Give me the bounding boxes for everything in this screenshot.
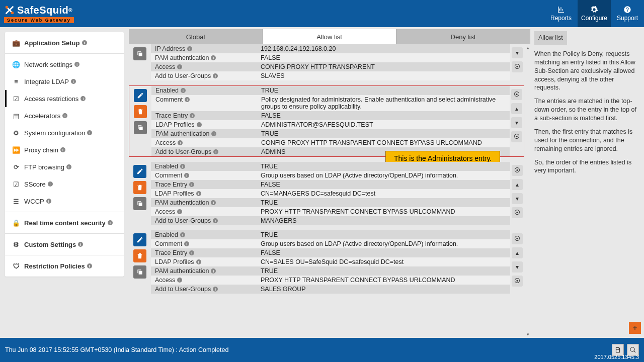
- field-label: PAM authentication i: [151, 266, 257, 276]
- list-icon: ☰: [12, 197, 20, 205]
- info-icon: i: [74, 62, 79, 67]
- field-value: FALSE: [257, 111, 510, 120]
- sliders-icon: ⚙: [12, 129, 20, 137]
- nav-support[interactable]: Support: [611, 0, 644, 27]
- sidebar-item-label: Proxy chain: [24, 146, 58, 154]
- delete-button[interactable]: [133, 181, 146, 194]
- field-label: Trace Entry i: [151, 248, 257, 257]
- info-icon: i: [177, 209, 182, 214]
- add-entry-button[interactable]: [629, 322, 641, 334]
- entry-side-controls: ⦿▴▾⦿: [510, 162, 524, 225]
- brand-logo: SafeSquid® Secure Web Gateway: [4, 5, 74, 23]
- sidebar-app-setup-label: Application Setup: [24, 39, 80, 47]
- sidebar-item-ldap[interactable]: ≡Integrate LDAPi: [5, 73, 124, 90]
- clone-button[interactable]: [133, 265, 146, 279]
- field-label: Comment i: [151, 95, 257, 104]
- scroll-up-icon[interactable]: ▴: [527, 45, 529, 50]
- move-up-button[interactable]: ▴: [511, 103, 522, 114]
- clone-button[interactable]: [133, 197, 146, 210]
- sliders-icon: ⚙: [12, 240, 20, 248]
- brand-reg: ®: [68, 8, 72, 13]
- field-value: TRUE: [257, 230, 510, 239]
- sidebar-realtime[interactable]: 🔒Real time content securityi: [5, 214, 124, 231]
- tab-global[interactable]: Global: [129, 29, 263, 44]
- sidebar-restriction[interactable]: 🛡Restriction Policiesi: [5, 257, 124, 275]
- nav-reports[interactable]: Reports: [544, 0, 578, 27]
- field-value: 192.168.0.24,192.168.0.20: [257, 44, 510, 53]
- sidebar-item-label: Network settings: [24, 61, 72, 68]
- sidebar-item-sscore[interactable]: ☑SScorei: [5, 175, 124, 193]
- nav-configure[interactable]: Configure: [578, 0, 611, 27]
- check-icon: ☑: [12, 180, 20, 188]
- collapse-button[interactable]: ▾: [512, 261, 523, 273]
- entry-row: LDAP Profiles iADMINISTRATOR@SAFESQUID.T…: [151, 120, 510, 129]
- field-label: Add to User-Groups i: [151, 147, 257, 156]
- details-button[interactable]: ⦿: [512, 276, 523, 287]
- sidebar-item-label: FTP browsing: [24, 163, 64, 171]
- tab-deny-label: Deny list: [451, 33, 476, 41]
- entry-row: PAM authentication iFALSE: [151, 53, 510, 62]
- edit-button[interactable]: [134, 89, 147, 102]
- info-icon: i: [181, 88, 186, 93]
- field-label: Comment i: [151, 171, 257, 180]
- entry-row: PAM authentication iTRUE: [151, 129, 510, 138]
- entry-body: IP Address i192.168.0.24,192.168.0.20PAM…: [151, 44, 510, 80]
- edit-button[interactable]: [133, 165, 146, 178]
- header-nav: Reports Configure Support: [544, 0, 644, 27]
- tab-global-label: Global: [186, 33, 205, 41]
- move-up-button[interactable]: ▴: [512, 179, 523, 190]
- clone-button[interactable]: [134, 121, 147, 134]
- sidebar-item-network[interactable]: 🌐Network settingsi: [5, 56, 124, 73]
- sidebar-item-label: SScore: [24, 180, 46, 188]
- info-icon: i: [46, 199, 51, 204]
- edit-button[interactable]: [133, 233, 146, 246]
- entries-list: ▴ ▾ IP Address i192.168.0.24,192.168.0.2…: [129, 44, 530, 338]
- clone-button[interactable]: [133, 47, 146, 60]
- collapse-button[interactable]: ▾: [512, 193, 523, 204]
- tab-deny[interactable]: Deny list: [396, 29, 530, 44]
- sidebar-custom[interactable]: ⚙Custom Settingsi: [5, 236, 124, 253]
- details-button[interactable]: ⦿: [511, 89, 522, 100]
- sidebar-item-access[interactable]: ☑Access restrictionsi: [5, 90, 124, 107]
- collapse-button[interactable]: ▾: [511, 117, 522, 128]
- entry-row: Access iPROXY HTTP TRANSPARENT CONNECT B…: [151, 276, 510, 285]
- sidebar-item-label: Integrate LDAP: [24, 78, 69, 85]
- help-panel: Allow list When the Policy is Deny, requ…: [530, 27, 642, 338]
- sidebar-app-setup[interactable]: 💼 Application Setup i: [5, 34, 124, 51]
- sidebar-item-sysconfig[interactable]: ⚙System configurationi: [5, 124, 124, 141]
- details-button[interactable]: ⦿: [512, 61, 523, 72]
- field-value: CN=SALES OU=SafeSquid DC=safesquid DC=te…: [257, 257, 510, 266]
- details-button[interactable]: ⦿: [511, 131, 522, 142]
- field-label: Access i: [151, 207, 257, 216]
- collapse-button[interactable]: ▾: [512, 47, 523, 58]
- field-value: Policy designated for administrators. En…: [257, 95, 510, 111]
- sidebar-item-proxy[interactable]: ⏩Proxy chaini: [5, 141, 124, 158]
- sidebar-item-accel[interactable]: ▤Acceleratorsi: [5, 107, 124, 124]
- tab-allow[interactable]: Allow list: [263, 29, 396, 44]
- entry-row: Trace Entry iFALSE: [151, 180, 510, 189]
- version-text: 2017.0525.1345.3: [594, 354, 639, 360]
- scroll-down-icon[interactable]: ▾: [527, 332, 529, 337]
- info-icon: i: [180, 164, 185, 169]
- delete-button[interactable]: [134, 105, 147, 118]
- details-button[interactable]: ⦿: [512, 207, 523, 218]
- sidebar-restriction-label: Restriction Policies: [24, 262, 85, 270]
- field-label: LDAP Profiles i: [151, 189, 257, 198]
- sidebar-item-ftp[interactable]: ⟳FTP browsingi: [5, 158, 124, 175]
- info-icon: i: [213, 287, 218, 292]
- entry-body: Enabled iTRUEComment iGroup users based …: [151, 162, 510, 225]
- delete-button[interactable]: [133, 249, 146, 262]
- details-button[interactable]: ⦿: [512, 233, 523, 244]
- field-label: PAM authentication i: [151, 53, 257, 62]
- info-icon: i: [62, 113, 67, 118]
- sidebar: 💼 Application Setup i 🌐Network settingsi…: [0, 27, 129, 338]
- info-icon: i: [87, 130, 92, 135]
- entry-body: Enabled iTRUEComment iPolicy designated …: [151, 86, 510, 156]
- field-label: IP Address i: [151, 44, 257, 53]
- sidebar-item-wccp[interactable]: ☰WCCPi: [5, 193, 124, 210]
- briefcase-icon: 💼: [12, 39, 20, 47]
- details-button[interactable]: ⦿: [512, 165, 523, 176]
- move-up-button[interactable]: ▴: [512, 247, 523, 258]
- sidebar-item-label: WCCP: [24, 198, 44, 205]
- refresh-icon: ⟳: [12, 163, 20, 171]
